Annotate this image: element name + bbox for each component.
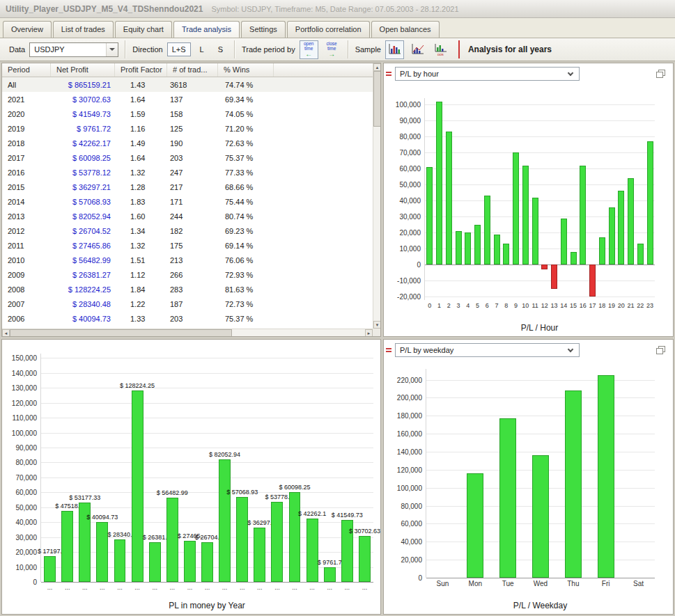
pl-by-hour-bar-13[interactable] xyxy=(551,264,557,289)
pl-by-hour-bar-5[interactable] xyxy=(474,225,481,265)
combo-arrow-button[interactable] xyxy=(106,43,118,56)
pl-by-hour-bar-17[interactable] xyxy=(589,264,596,297)
tab-list-of-trades[interactable]: List of trades xyxy=(53,21,114,38)
table-row-2016[interactable]: 2016$ 53778.121.3224777.33 % xyxy=(2,165,373,180)
tab-trade-analysis[interactable]: Trade analysis xyxy=(173,21,240,38)
pl-by-hour-bar-4[interactable] xyxy=(465,232,471,264)
pl-by-hour-bar-23[interactable] xyxy=(647,141,653,264)
sample-chart-icon-1[interactable] xyxy=(385,40,404,59)
copy-chart-button[interactable] xyxy=(653,344,667,356)
pl-by-hour-bar-9[interactable] xyxy=(513,152,519,264)
sample-chart-icon-2[interactable] xyxy=(408,40,427,59)
copy-chart-button[interactable] xyxy=(653,68,667,80)
table-row-2020[interactable]: 2020$ 41549.731.5915874.05 % xyxy=(2,106,373,121)
table-vertical-scrollbar[interactable]: ▲ ▼ xyxy=(373,63,380,329)
pl-by-hour-bar-3[interactable] xyxy=(456,231,462,264)
open-time-button[interactable]: open time ← xyxy=(300,40,318,59)
pl-by-weekday-bar-1[interactable] xyxy=(467,473,483,578)
pl-by-hour-bar-21[interactable] xyxy=(628,178,634,264)
pl-by-year-bar-1[interactable] xyxy=(61,511,73,582)
table-row-2013[interactable]: 2013$ 82052.941.6024480.74 % xyxy=(2,209,373,223)
pl-by-year-bar-13[interactable] xyxy=(271,502,283,582)
y-axis-tick-label: 120,000 xyxy=(397,466,422,473)
gridline xyxy=(426,434,655,434)
tab-portfolio-correlation[interactable]: Portfolio correlation xyxy=(287,21,370,38)
pl-by-year-bar-16[interactable] xyxy=(324,567,336,582)
tab-open-balances[interactable]: Open balances xyxy=(371,21,440,38)
pl-by-year-bar-0[interactable] xyxy=(44,556,56,582)
tab-overview[interactable]: Overview xyxy=(3,21,52,38)
pl-by-year-bar-18[interactable] xyxy=(359,536,371,582)
scroll-down-button[interactable]: ▼ xyxy=(373,321,381,329)
table-row-2010[interactable]: 2010$ 56482.991.5121376.06 % xyxy=(2,253,373,267)
weekday-chart-type-select[interactable]: P/L by weekday xyxy=(395,343,580,357)
pl-by-year-bar-15[interactable] xyxy=(307,519,318,582)
table-cell: 1.34 xyxy=(115,227,167,235)
pl-by-year-bar-14[interactable] xyxy=(289,492,301,582)
pl-by-hour-bar-1[interactable] xyxy=(436,102,442,265)
pl-by-hour-bar-6[interactable] xyxy=(484,196,490,264)
pl-by-hour-bar-18[interactable] xyxy=(599,237,605,264)
column-header-profit-factor[interactable]: Profit Factor xyxy=(115,63,167,77)
table-row-2011[interactable]: 2011$ 27465.861.3217569.14 % xyxy=(2,238,373,253)
direction-long-button[interactable]: L xyxy=(195,42,209,56)
table-row-all[interactable]: All$ 865159.211.43361874.74 % xyxy=(2,77,373,92)
table-row-2014[interactable]: 2014$ 57068.931.8317175.44 % xyxy=(2,194,373,209)
hour-chart-type-select[interactable]: P/L by hour xyxy=(395,67,580,81)
table-row-2012[interactable]: 2012$ 26704.521.3418269.23 % xyxy=(2,223,373,238)
pl-by-hour-bar-10[interactable] xyxy=(522,166,529,265)
pl-by-year-bar-10[interactable] xyxy=(219,459,231,582)
pl-by-hour-bar-2[interactable] xyxy=(446,132,452,264)
pl-by-year-bar-7[interactable] xyxy=(166,498,178,582)
pl-by-year-bar-4[interactable] xyxy=(114,539,126,582)
column-header-pct-wins[interactable]: % Wins xyxy=(218,63,274,77)
pl-by-hour-bar-22[interactable] xyxy=(637,244,644,264)
pl-by-hour-bar-20[interactable] xyxy=(618,191,624,264)
scroll-up-button[interactable]: ▲ xyxy=(373,63,381,71)
table-row-2019[interactable]: 2019$ 9761.721.1612571.20 % xyxy=(2,121,373,136)
pl-by-hour-bar-11[interactable] xyxy=(532,198,538,265)
pl-by-year-bar-8[interactable] xyxy=(184,541,196,582)
pl-by-weekday-bar-5[interactable] xyxy=(598,375,614,578)
table-row-2017[interactable]: 2017$ 60098.251.6420375.37 % xyxy=(2,150,373,165)
direction-long-short-button[interactable]: L+S xyxy=(167,42,191,56)
table-row-2007[interactable]: 2007$ 28340.481.2218772.73 % xyxy=(2,297,373,311)
pl-by-hour-bar-15[interactable] xyxy=(571,252,577,264)
column-header-period[interactable]: Period xyxy=(2,63,51,77)
table-row-2009[interactable]: 2009$ 26381.271.1226672.93 % xyxy=(2,267,373,282)
data-symbol-select[interactable]: USDJPY xyxy=(29,42,118,57)
table-row-2021[interactable]: 2021$ 30702.631.6413769.34 % xyxy=(2,92,373,106)
pl-by-weekday-bar-2[interactable] xyxy=(499,418,516,578)
pl-by-year-bar-11[interactable] xyxy=(236,497,248,582)
table-row-2006[interactable]: 2006$ 40094.731.3320375.37 % xyxy=(2,311,373,326)
pl-by-year-bar-12[interactable] xyxy=(254,528,265,582)
pl-by-hour-bar-12[interactable] xyxy=(541,264,548,269)
table-horizontal-scrollbar[interactable]: ◄ ► xyxy=(2,329,373,336)
table-row-2015[interactable]: 2015$ 36297.211.2821768.66 % xyxy=(2,180,373,194)
pl-by-hour-bar-19[interactable] xyxy=(609,207,615,265)
pl-by-hour-bar-0[interactable] xyxy=(426,167,433,264)
pl-by-hour-bar-14[interactable] xyxy=(561,219,567,265)
pl-by-weekday-bar-3[interactable] xyxy=(532,455,549,578)
pl-by-weekday-bar-4[interactable] xyxy=(565,390,582,578)
tab-settings[interactable]: Settings xyxy=(241,21,286,38)
table-row-2018[interactable]: 2018$ 42262.171.4919072.63 % xyxy=(2,136,373,150)
pl-by-hour-bar-7[interactable] xyxy=(494,235,500,265)
close-time-button[interactable]: close time → xyxy=(323,40,341,59)
table-row-2008[interactable]: 2008$ 128224.251.8428381.63 % xyxy=(2,282,373,297)
pl-by-year-bar-6[interactable] xyxy=(149,542,161,582)
pl-by-year-bar-3[interactable] xyxy=(96,522,108,582)
column-header-num-trades[interactable]: # of trad... xyxy=(167,63,218,77)
direction-short-button[interactable]: S xyxy=(213,42,228,56)
horizontal-scroll-thumb[interactable] xyxy=(10,329,232,337)
vertical-scroll-thumb[interactable] xyxy=(373,71,381,127)
pl-by-year-bar-5[interactable] xyxy=(132,390,143,582)
tab-equity-chart[interactable]: Equity chart xyxy=(115,21,172,38)
scroll-right-button[interactable]: ► xyxy=(365,329,373,337)
scroll-left-button[interactable]: ◄ xyxy=(2,329,10,337)
pl-by-year-bar-9[interactable] xyxy=(201,542,213,582)
pl-by-hour-bar-8[interactable] xyxy=(503,244,509,264)
sample-chart-icon-3[interactable]: pos xyxy=(431,40,450,59)
pl-by-hour-bar-16[interactable] xyxy=(580,166,586,265)
column-header-net-profit[interactable]: Net Profit xyxy=(51,63,115,77)
